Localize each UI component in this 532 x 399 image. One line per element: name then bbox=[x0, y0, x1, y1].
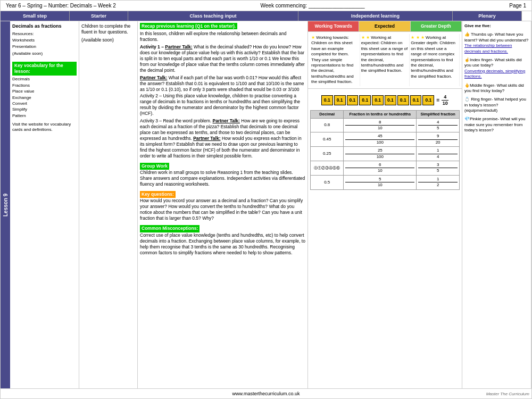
col-header-plenary: Plenary bbox=[453, 11, 522, 21]
ring-label: 💍 Ring finger- What helped you in today'… bbox=[464, 97, 526, 113]
page-wrapper: Year 6 – Spring – Number: Decimals – Wee… bbox=[0, 0, 532, 399]
simplified-3-5: 35 bbox=[417, 161, 460, 176]
decimal-0.45: 0.45 bbox=[311, 132, 344, 147]
vocab-place-value: Place value bbox=[12, 89, 77, 94]
plenary-middle: 🖕Middle finger- What skills did you find… bbox=[464, 83, 529, 94]
index-link: Converting decimals, simplifying fractio… bbox=[464, 69, 525, 79]
pv-fraction: 4 10 bbox=[442, 94, 448, 107]
plenary-thumb: 👍 Thumbs up- What have you learnt? What … bbox=[464, 32, 529, 54]
decimal-0.5: 0.5 bbox=[311, 175, 344, 189]
footer-url: www.masterthecurriculum.co.uk bbox=[232, 391, 300, 396]
pv-box-1: 0.1 bbox=[321, 95, 333, 105]
independent-column: Working Towards Expected Greater Depth ★… bbox=[308, 21, 462, 388]
column-headers: Small step Starter Class teaching input … bbox=[1, 11, 531, 21]
activity3-para: Activity 3 – Read the word problem. Part… bbox=[140, 118, 305, 159]
plenary-pinkie: 💎Pinkie promise- What will you make sure… bbox=[464, 117, 529, 133]
small-step-column: Decimals as fractions Resources: Workshe… bbox=[10, 21, 79, 388]
greater-stars: ★ ★ ★ bbox=[411, 35, 424, 40]
small-step-title: Decimals as fractions bbox=[12, 23, 77, 30]
table-row: 0.5 510 12 bbox=[311, 175, 460, 189]
give-five-label: Give me five: bbox=[464, 23, 491, 28]
activity1-q2: What if each part of the bar was worth 0… bbox=[140, 75, 304, 115]
index-label: ☝Index finger- What skills did you use t… bbox=[464, 57, 522, 68]
key-questions-header: Key questions: bbox=[140, 191, 176, 198]
col-header-teaching: Class teaching input bbox=[128, 11, 298, 21]
footer-logo: Master The Curriculum bbox=[450, 392, 529, 396]
simplified-1-2: 12 bbox=[417, 175, 460, 189]
thumb-link: The relationship between decimals and fr… bbox=[464, 43, 512, 53]
pv-box-4: 0.1 bbox=[359, 95, 371, 105]
greater-depth-content: ★ ★ ★ Working at Greater depth: Children… bbox=[410, 34, 460, 86]
working-label: Working Towards bbox=[314, 23, 352, 29]
group-work-header: Group Work bbox=[140, 163, 169, 170]
working-towards-content: ★ Working towards: Children on this shee… bbox=[310, 34, 360, 86]
partner-talk-label-2: Partner Talk: bbox=[140, 75, 167, 80]
teaching-column: Recap previous learning (Q1 on the start… bbox=[138, 21, 308, 388]
table-header-fraction: Fraction in tenths or hundredths bbox=[344, 110, 417, 118]
working-text: Working towards: Children on this sheet … bbox=[311, 35, 354, 84]
middle-label: 🖕Middle finger- What skills did you find… bbox=[464, 83, 524, 93]
pv-box-7: 0.1 bbox=[397, 95, 409, 105]
resources-label: Resources: bbox=[12, 31, 77, 37]
lesson-label: Lesson 9 bbox=[1, 21, 10, 388]
expected-header: Expected bbox=[359, 21, 410, 31]
fraction-6-10: 610 bbox=[344, 161, 417, 176]
table-row: 0.25 25100 14 bbox=[311, 147, 460, 161]
vocab-decimals: Decimals bbox=[12, 77, 77, 82]
decimal-0.8: 0.8 bbox=[311, 118, 344, 132]
pinkie-label: 💎Pinkie promise- What will you make sure… bbox=[464, 117, 525, 132]
activity3-label: Activity 3 – Read the word problem. bbox=[140, 118, 211, 123]
header-left: Year 6 – Spring – Number: Decimals – Wee… bbox=[6, 3, 116, 9]
independent-rows: ★ Working towards: Children on this shee… bbox=[308, 32, 462, 88]
presentation: Presentation bbox=[12, 44, 77, 49]
place-value-visual: 0.1 0.1 0.1 0.1 0.1 0.1 0.1 0.1 0.1 = 4 … bbox=[310, 94, 460, 107]
plenary-column: Give me five: 👍 Thumbs up- What have you… bbox=[462, 21, 531, 388]
independent-subheaders: Working Towards Expected Greater Depth bbox=[308, 21, 462, 32]
pv-fraction-den: 10 bbox=[443, 101, 448, 106]
fraction-45-100: 45100 bbox=[344, 132, 417, 147]
worksheets: Worksheets bbox=[12, 38, 77, 43]
working-stars: ★ bbox=[311, 35, 315, 40]
decimal-0.25: 0.25 bbox=[311, 147, 344, 161]
header-right: Page 1 bbox=[509, 3, 526, 9]
top-header: Year 6 – Spring – Number: Decimals – Wee… bbox=[1, 1, 531, 11]
plenary-ring: 💍 Ring finger- What helped you in today'… bbox=[464, 97, 529, 113]
content-area: Decimals as fractions Resources: Workshe… bbox=[10, 21, 531, 388]
header-center: Week commencing: ___________________ bbox=[261, 3, 365, 9]
expected-label: Expected bbox=[375, 23, 395, 29]
greater-depth-header: Greater Depth bbox=[411, 21, 462, 31]
starter-column: Children to complete the fluent in four … bbox=[79, 21, 138, 388]
table-header-simplified: Simplified fraction bbox=[417, 110, 460, 118]
col-header-starter: Starter bbox=[70, 11, 128, 21]
pv-box-6: 0.1 bbox=[385, 95, 396, 105]
vocab-list: Decimals Fractions Place value Exchange … bbox=[12, 77, 77, 119]
plenary-index: ☝Index finger- What skills did you use t… bbox=[464, 57, 529, 80]
vocab-exchange: Exchange bbox=[12, 95, 77, 101]
vocab-fractions: Fractions bbox=[12, 83, 77, 88]
footer: www.masterthecurriculum.co.uk Master The… bbox=[1, 388, 531, 398]
thumb-label: 👍 Thumbs up- What have you learnt? What … bbox=[464, 32, 528, 42]
col-header-independent: Independent learning bbox=[298, 11, 453, 21]
pv-box-2: 0.1 bbox=[334, 95, 346, 105]
table-row: ⓪①②③④⑤⑥ 610 35 bbox=[311, 161, 460, 176]
fraction-5-10: 510 bbox=[344, 175, 417, 189]
table-row: 0.45 45100 920 bbox=[311, 132, 460, 147]
greater-label: Greater Depth bbox=[421, 23, 451, 29]
greater-text: Working at Greater depth: Children on th… bbox=[411, 35, 455, 79]
simplified-1-4: 14 bbox=[417, 147, 460, 161]
misconceptions-header: Common Misconceptions: bbox=[140, 225, 200, 232]
pv-box-9: 0.1 bbox=[422, 95, 434, 105]
plenary-give-five: Give me five: bbox=[464, 23, 529, 29]
starter-text: Children to complete the fluent in four … bbox=[81, 23, 135, 35]
fraction-8-10: 810 bbox=[344, 118, 417, 132]
key-vocab-label: Key vocabulary for the lesson: bbox=[12, 62, 77, 76]
available: (Available soon) bbox=[12, 51, 77, 56]
pv-box-5: 0.1 bbox=[372, 95, 384, 105]
vocab-convert: Convert bbox=[12, 101, 77, 106]
key-questions-text: How would you record your answer as a de… bbox=[140, 198, 305, 221]
activity1-label: Activity 1 – bbox=[140, 44, 164, 49]
misconceptions-text: Correct use of place value knowledge (te… bbox=[140, 232, 305, 256]
pv-fraction-num: 4 bbox=[442, 94, 448, 101]
col-header-small-step: Small step bbox=[1, 11, 70, 21]
activity1-para2: Partner Talk: What if each part of the b… bbox=[140, 75, 305, 116]
